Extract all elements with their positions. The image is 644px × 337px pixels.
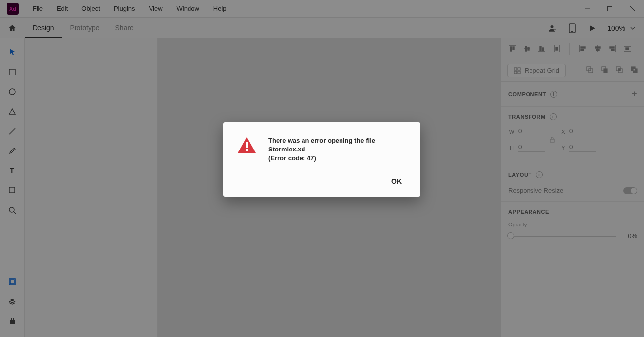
svg-rect-38 bbox=[581, 49, 584, 51]
line-tool[interactable] bbox=[4, 123, 20, 139]
tab-share[interactable]: Share bbox=[108, 18, 142, 38]
menu-object[interactable]: Object bbox=[75, 5, 107, 12]
svg-rect-50 bbox=[514, 71, 517, 74]
minimize-icon bbox=[584, 6, 590, 12]
appearance-title: APPEARANCE bbox=[508, 209, 549, 215]
align-vmiddle-icon[interactable] bbox=[523, 45, 531, 53]
transform-section: TRANSFORM i W 0 X 0 H 0 Y 0 bbox=[501, 107, 644, 164]
responsive-resize-label: Responsive Resize bbox=[508, 187, 563, 194]
component-section: COMPONENT i + bbox=[501, 82, 644, 107]
polygon-tool[interactable] bbox=[4, 104, 20, 119]
svg-rect-55 bbox=[604, 69, 607, 73]
desktop-preview-icon[interactable] bbox=[588, 24, 597, 33]
svg-rect-8 bbox=[9, 69, 15, 75]
repeat-grid-label: Repeat Grid bbox=[525, 67, 559, 74]
responsive-resize-toggle[interactable] bbox=[623, 187, 637, 194]
dialog-message: There was an error opening the file Stor… bbox=[268, 136, 407, 163]
svg-rect-25 bbox=[510, 47, 512, 51]
rectangle-tool[interactable] bbox=[4, 64, 20, 80]
boolean-intersect-icon[interactable] bbox=[615, 66, 623, 75]
svg-rect-49 bbox=[518, 68, 520, 70]
boolean-union-icon[interactable] bbox=[586, 66, 594, 75]
svg-rect-12 bbox=[10, 188, 15, 193]
window-minimize-button[interactable] bbox=[576, 0, 599, 18]
menu-plugins[interactable]: Plugins bbox=[107, 5, 142, 12]
svg-rect-64 bbox=[246, 149, 248, 151]
line-icon bbox=[8, 127, 16, 135]
mode-bar: Design Prototype Share 100% bbox=[0, 18, 644, 38]
menu-file[interactable]: File bbox=[26, 5, 50, 12]
layers-panel-button[interactable] bbox=[4, 294, 20, 309]
svg-rect-44 bbox=[611, 49, 614, 51]
left-panel bbox=[25, 38, 158, 337]
window-controls bbox=[576, 0, 644, 18]
info-icon[interactable]: i bbox=[550, 91, 557, 98]
ellipse-tool[interactable] bbox=[4, 84, 20, 100]
svg-rect-58 bbox=[618, 69, 620, 71]
menu-edit[interactable]: Edit bbox=[50, 5, 75, 12]
opacity-slider[interactable] bbox=[508, 236, 616, 237]
zoom-value: 100% bbox=[607, 24, 625, 32]
repeat-grid-button[interactable]: Repeat Grid bbox=[507, 64, 566, 77]
home-button[interactable] bbox=[0, 18, 25, 38]
lock-icon[interactable] bbox=[550, 137, 555, 143]
info-icon[interactable]: i bbox=[550, 113, 557, 120]
boolean-exclude-icon[interactable] bbox=[630, 66, 638, 75]
svg-rect-48 bbox=[514, 68, 517, 70]
select-tool[interactable] bbox=[4, 44, 20, 60]
device-preview-icon[interactable] bbox=[568, 24, 577, 33]
distribute-v-icon[interactable] bbox=[553, 45, 561, 53]
transform-title: TRANSFORM bbox=[508, 114, 546, 120]
window-close-button[interactable] bbox=[621, 0, 644, 18]
svg-rect-22 bbox=[11, 318, 12, 320]
tool-rail: T bbox=[0, 38, 25, 337]
tab-design[interactable]: Design bbox=[25, 18, 62, 38]
window-maximize-button[interactable] bbox=[599, 0, 621, 18]
align-bottom-icon[interactable] bbox=[538, 45, 546, 53]
text-icon: T bbox=[8, 167, 16, 175]
menu-help[interactable]: Help bbox=[206, 5, 233, 12]
align-top-icon[interactable] bbox=[508, 45, 516, 53]
svg-rect-1 bbox=[608, 6, 612, 11]
svg-rect-31 bbox=[540, 46, 541, 51]
w-label: W bbox=[508, 129, 515, 135]
svg-rect-63 bbox=[246, 142, 248, 148]
align-right-icon[interactable] bbox=[608, 45, 616, 53]
svg-point-9 bbox=[9, 89, 15, 95]
invite-icon[interactable] bbox=[548, 24, 557, 33]
assets-panel-button[interactable] bbox=[4, 274, 20, 290]
text-tool[interactable]: T bbox=[4, 163, 20, 179]
opacity-label: Opacity bbox=[508, 222, 637, 227]
width-input[interactable]: 0 bbox=[518, 127, 545, 136]
tab-prototype[interactable]: Prototype bbox=[62, 18, 108, 38]
info-icon[interactable]: i bbox=[536, 171, 543, 178]
pen-tool[interactable] bbox=[4, 143, 20, 159]
menu-window[interactable]: Window bbox=[170, 5, 206, 12]
menu-view[interactable]: View bbox=[142, 5, 170, 12]
svg-rect-40 bbox=[595, 47, 600, 48]
pointer-icon bbox=[8, 48, 16, 56]
x-label: X bbox=[560, 129, 567, 135]
ok-button[interactable]: OK bbox=[386, 174, 407, 188]
titlebar: Xd File Edit Object Plugins View Window … bbox=[0, 0, 644, 18]
zoom-tool[interactable] bbox=[4, 202, 20, 218]
add-component-button[interactable]: + bbox=[632, 89, 637, 99]
grid-icon bbox=[514, 67, 521, 74]
height-input[interactable]: 0 bbox=[518, 143, 545, 152]
pen-icon bbox=[8, 147, 16, 155]
zoom-dropdown[interactable]: 100% bbox=[607, 24, 635, 32]
plugins-panel-button[interactable] bbox=[4, 313, 20, 329]
boolean-subtract-icon[interactable] bbox=[601, 66, 608, 75]
svg-rect-21 bbox=[10, 320, 15, 324]
y-input[interactable]: 0 bbox=[569, 143, 596, 152]
align-left-icon[interactable] bbox=[579, 45, 587, 53]
svg-rect-41 bbox=[596, 49, 599, 51]
close-icon bbox=[630, 6, 636, 12]
artboard-tool[interactable] bbox=[4, 183, 20, 198]
chevron-down-icon bbox=[630, 27, 635, 30]
h-label: H bbox=[508, 145, 515, 150]
align-row bbox=[501, 38, 644, 59]
x-input[interactable]: 0 bbox=[569, 127, 596, 136]
align-hcenter-icon[interactable] bbox=[594, 45, 602, 53]
distribute-h-icon[interactable] bbox=[623, 45, 631, 53]
